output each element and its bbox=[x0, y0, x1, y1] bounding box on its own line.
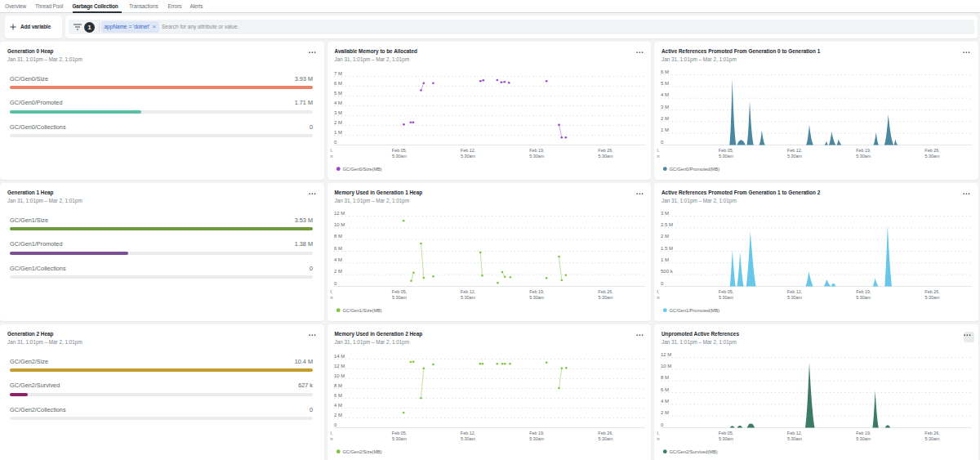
svg-text:5:30am: 5:30am bbox=[925, 154, 940, 159]
svg-text:10 M: 10 M bbox=[661, 364, 671, 368]
svg-text:GC/Gen1/Size(MB): GC/Gen1/Size(MB) bbox=[342, 308, 381, 313]
svg-text:6 M: 6 M bbox=[661, 69, 669, 74]
svg-text:2 M: 2 M bbox=[661, 234, 669, 239]
svg-text:GC/Gen2/Survived(MB): GC/Gen2/Survived(MB) bbox=[670, 449, 718, 454]
svg-text:3 M: 3 M bbox=[661, 211, 669, 216]
svg-text:5:30am: 5:30am bbox=[529, 154, 544, 159]
svg-text:5:30am: 5:30am bbox=[719, 295, 733, 300]
svg-text:5:30am: 5:30am bbox=[787, 295, 802, 300]
svg-text:l,: l, bbox=[657, 431, 660, 435]
svg-text:6 M: 6 M bbox=[661, 387, 669, 392]
svg-text:8 M: 8 M bbox=[334, 234, 342, 239]
svg-text:5:30am: 5:30am bbox=[461, 154, 475, 159]
svg-text:6 M: 6 M bbox=[334, 246, 342, 251]
svg-text:Feb 05,: Feb 05, bbox=[391, 148, 407, 153]
svg-text:6 M: 6 M bbox=[334, 393, 342, 398]
svg-text:0: 0 bbox=[661, 140, 664, 145]
svg-text:1 M: 1 M bbox=[661, 127, 669, 132]
svg-text:l,: l, bbox=[330, 431, 332, 435]
svg-text:Feb 05,: Feb 05, bbox=[719, 431, 734, 435]
svg-text:0: 0 bbox=[334, 140, 337, 145]
svg-text:0: 0 bbox=[334, 422, 337, 427]
svg-text:l,: l, bbox=[330, 148, 332, 153]
svg-text:5:30am: 5:30am bbox=[598, 154, 612, 159]
svg-text:GC/Gen2/Size(MB): GC/Gen2/Size(MB) bbox=[342, 449, 381, 454]
svg-text:3 M: 3 M bbox=[334, 110, 342, 115]
svg-text:1 M: 1 M bbox=[661, 257, 669, 262]
svg-text:7 M: 7 M bbox=[334, 71, 342, 76]
svg-text:GC/Gen1/Promoted(MB): GC/Gen1/Promoted(MB) bbox=[670, 308, 720, 313]
svg-text:2 M: 2 M bbox=[334, 413, 342, 418]
svg-text:Feb 19,: Feb 19, bbox=[856, 148, 871, 153]
svg-text:l,: l, bbox=[657, 148, 660, 153]
svg-text:10 M: 10 M bbox=[334, 222, 345, 227]
svg-text:Feb 19,: Feb 19, bbox=[529, 148, 545, 153]
svg-text:l,: l, bbox=[330, 289, 332, 294]
svg-text:5:30am: 5:30am bbox=[925, 436, 940, 441]
svg-text:GC/Gen0/Promoted(MB): GC/Gen0/Promoted(MB) bbox=[670, 167, 720, 172]
svg-text:Feb 26,: Feb 26, bbox=[598, 289, 613, 294]
svg-text:Feb 26,: Feb 26, bbox=[924, 431, 940, 435]
svg-text:5:30am: 5:30am bbox=[392, 154, 407, 159]
svg-text:n: n bbox=[657, 154, 660, 159]
svg-text:5:30am: 5:30am bbox=[856, 154, 871, 159]
svg-text:5:30am: 5:30am bbox=[461, 436, 475, 441]
svg-text:5:30am: 5:30am bbox=[925, 295, 940, 300]
svg-text:2 M: 2 M bbox=[661, 116, 669, 121]
svg-text:Feb 19,: Feb 19, bbox=[856, 431, 871, 435]
svg-text:5:30am: 5:30am bbox=[529, 295, 544, 300]
svg-text:5:30am: 5:30am bbox=[856, 295, 871, 300]
svg-text:8 M: 8 M bbox=[661, 375, 669, 380]
svg-text:5:30am: 5:30am bbox=[719, 436, 733, 441]
svg-text:n: n bbox=[330, 154, 332, 159]
svg-text:5:30am: 5:30am bbox=[529, 436, 544, 441]
svg-text:Feb 12,: Feb 12, bbox=[787, 148, 803, 153]
svg-text:4 M: 4 M bbox=[334, 100, 342, 105]
svg-text:12 M: 12 M bbox=[661, 352, 671, 357]
svg-text:4 M: 4 M bbox=[334, 257, 342, 262]
svg-text:3 M: 3 M bbox=[661, 105, 669, 109]
svg-text:2.5 M: 2.5 M bbox=[661, 222, 673, 227]
svg-text:Feb 19,: Feb 19, bbox=[529, 431, 545, 435]
svg-text:Feb 12,: Feb 12, bbox=[460, 148, 475, 153]
svg-text:Feb 26,: Feb 26, bbox=[598, 148, 613, 153]
svg-text:2 M: 2 M bbox=[661, 410, 669, 415]
svg-text:1.5 M: 1.5 M bbox=[661, 246, 673, 251]
svg-text:2 M: 2 M bbox=[334, 120, 342, 125]
svg-text:5:30am: 5:30am bbox=[787, 436, 802, 441]
svg-text:n: n bbox=[657, 436, 660, 441]
svg-text:5:30am: 5:30am bbox=[598, 436, 612, 441]
svg-text:5:30am: 5:30am bbox=[598, 295, 612, 300]
svg-text:Feb 26,: Feb 26, bbox=[924, 148, 940, 153]
svg-text:Feb 05,: Feb 05, bbox=[719, 289, 734, 294]
svg-text:5:30am: 5:30am bbox=[392, 295, 407, 300]
svg-text:1 M: 1 M bbox=[334, 130, 342, 135]
svg-text:5:30am: 5:30am bbox=[719, 154, 733, 159]
svg-text:5:30am: 5:30am bbox=[461, 295, 475, 300]
svg-text:5 M: 5 M bbox=[661, 81, 669, 86]
svg-text:Feb 19,: Feb 19, bbox=[856, 289, 871, 294]
svg-text:5 M: 5 M bbox=[334, 91, 342, 96]
svg-text:0: 0 bbox=[661, 422, 664, 427]
svg-text:n: n bbox=[330, 295, 332, 300]
svg-text:Feb 05,: Feb 05, bbox=[391, 289, 407, 294]
svg-text:Feb 26,: Feb 26, bbox=[924, 289, 940, 294]
svg-text:5:30am: 5:30am bbox=[392, 436, 407, 441]
svg-text:6 M: 6 M bbox=[334, 81, 342, 86]
svg-text:4 M: 4 M bbox=[334, 403, 342, 408]
svg-text:0: 0 bbox=[661, 281, 664, 286]
svg-text:Feb 12,: Feb 12, bbox=[460, 289, 475, 294]
svg-text:4 M: 4 M bbox=[661, 92, 669, 97]
svg-text:Feb 12,: Feb 12, bbox=[787, 431, 803, 435]
svg-text:5:30am: 5:30am bbox=[856, 436, 871, 441]
svg-text:2 M: 2 M bbox=[334, 269, 342, 274]
svg-text:5:30am: 5:30am bbox=[787, 154, 802, 159]
svg-text:Feb 26,: Feb 26, bbox=[598, 431, 613, 435]
svg-text:Feb 12,: Feb 12, bbox=[787, 289, 803, 294]
svg-text:l,: l, bbox=[657, 289, 660, 294]
svg-text:8 M: 8 M bbox=[334, 383, 342, 388]
svg-text:500 k: 500 k bbox=[661, 269, 674, 274]
svg-text:Feb 19,: Feb 19, bbox=[529, 289, 545, 294]
svg-text:Feb 05,: Feb 05, bbox=[391, 431, 407, 435]
svg-text:4 M: 4 M bbox=[661, 399, 669, 404]
